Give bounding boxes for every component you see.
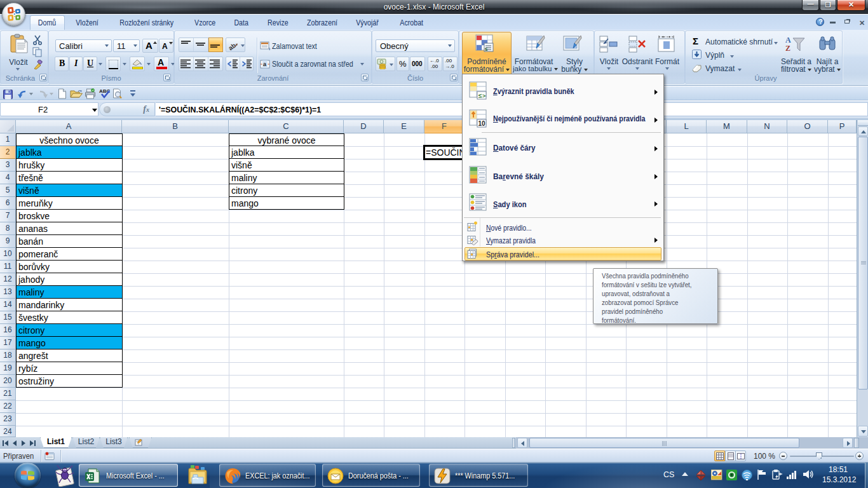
svg-text:Z: Z [785, 44, 790, 53]
svg-text:>: > [482, 93, 485, 99]
svg-text:≤: ≤ [485, 46, 488, 52]
svg-text:A: A [785, 36, 791, 44]
svg-text:10: 10 [478, 120, 486, 127]
